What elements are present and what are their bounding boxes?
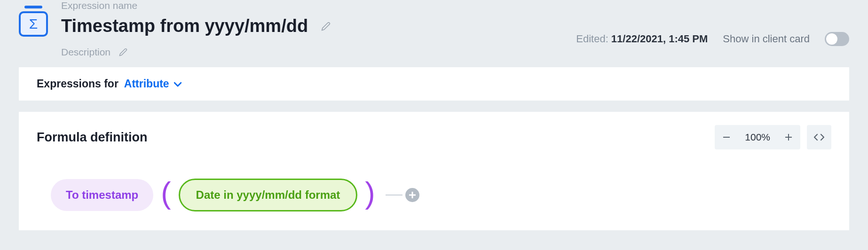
zoom-level: 100%: [738, 132, 777, 143]
code-view-button[interactable]: [807, 125, 831, 149]
svg-rect-0: [723, 137, 730, 138]
expressions-for-label: Expressions for: [37, 78, 118, 90]
add-node-button[interactable]: [405, 188, 419, 202]
expressions-for-dropdown[interactable]: Attribute: [124, 78, 181, 90]
svg-rect-4: [411, 192, 413, 198]
connector-line: [386, 195, 402, 195]
close-paren: ): [357, 178, 382, 208]
zoom-out-button[interactable]: [715, 125, 738, 149]
sigma-icon: Σ: [19, 11, 48, 37]
edit-name-button[interactable]: [321, 22, 331, 31]
zoom-in-button[interactable]: [777, 125, 800, 149]
show-in-client-card-label: Show in client card: [723, 33, 810, 45]
formula-definition-title: Formula definition: [37, 130, 148, 145]
description-label: Description: [61, 47, 110, 58]
open-paren: (: [153, 178, 178, 208]
expression-icon: Σ: [19, 6, 48, 37]
svg-rect-2: [788, 134, 789, 141]
zoom-control: 100%: [715, 125, 800, 149]
show-in-client-card-toggle[interactable]: [825, 32, 849, 46]
function-pill-to-timestamp[interactable]: To timestamp: [51, 179, 153, 211]
argument-pill-date-format[interactable]: Date in yyyy/mm/dd format: [179, 179, 358, 211]
expression-title: Timestamp from yyyy/mm/dd: [61, 16, 308, 36]
edited-timestamp: Edited: 11/22/2021, 1:45 PM: [576, 33, 708, 45]
chevron-down-icon: [174, 78, 181, 90]
expression-name-label: Expression name: [61, 0, 563, 11]
edit-description-button[interactable]: [119, 48, 127, 56]
